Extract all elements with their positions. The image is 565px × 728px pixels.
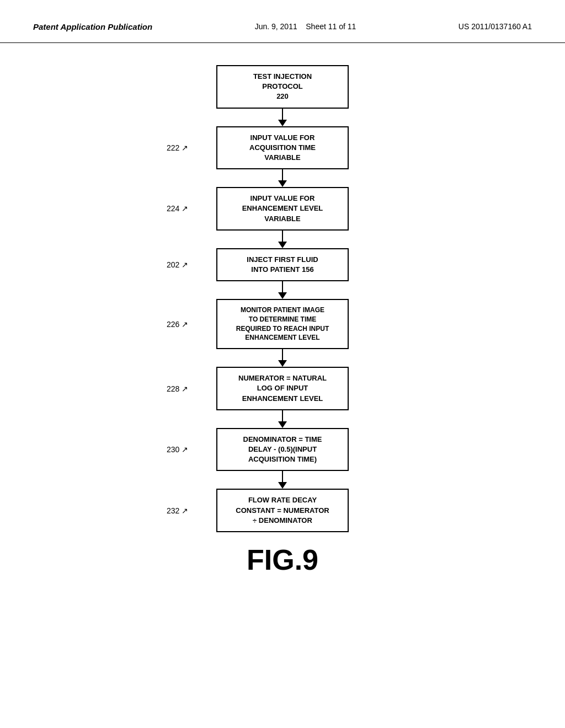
arrow-line-1 bbox=[282, 109, 283, 120]
step-220-row: TEST INJECTIONPROTOCOL220 bbox=[145, 65, 420, 109]
arrow-4 bbox=[278, 281, 287, 299]
step-232-label: 232 ↗ bbox=[167, 506, 188, 515]
header-center: Jun. 9, 2011 Sheet 11 of 11 bbox=[255, 22, 356, 31]
step-202-row: 202 ↗ INJECT FIRST FLUIDINTO PATIENT 156 bbox=[145, 248, 420, 281]
arrow-head-4 bbox=[278, 292, 287, 299]
arrow-head-3 bbox=[278, 242, 287, 248]
page-header: Patent Application Publication Jun. 9, 2… bbox=[0, 0, 565, 43]
step-222-box: INPUT VALUE FORACQUISITION TIMEVARIABLE bbox=[216, 126, 349, 170]
step-202-box: INJECT FIRST FLUIDINTO PATIENT 156 bbox=[216, 248, 349, 281]
step-224-box: INPUT VALUE FORENHANCEMENT LEVELVARIABLE bbox=[216, 187, 349, 231]
step-230-label: 230 ↗ bbox=[167, 445, 188, 454]
arrow-head-7 bbox=[278, 482, 287, 489]
step-226-row: 226 ↗ MONITOR PATIENT IMAGETO DETERMINE … bbox=[145, 299, 420, 349]
step-224-row: 224 ↗ INPUT VALUE FORENHANCEMENT LEVELVA… bbox=[145, 187, 420, 231]
header-left: Patent Application Publication bbox=[33, 22, 152, 31]
diagram-container: TEST INJECTIONPROTOCOL220 222 ↗ INPUT VA… bbox=[0, 43, 565, 576]
arrow-2 bbox=[278, 169, 287, 187]
arrow-6 bbox=[278, 410, 287, 428]
step-220-box: TEST INJECTIONPROTOCOL220 bbox=[216, 65, 349, 109]
fig-label: FIG.9 bbox=[247, 543, 318, 576]
arrow-7 bbox=[278, 471, 287, 489]
arrow-5 bbox=[278, 349, 287, 367]
arrow-line-5 bbox=[282, 349, 283, 360]
step-230-row: 230 ↗ DENOMINATOR = TIMEDELAY - (0.5)(IN… bbox=[145, 428, 420, 472]
arrow-line-7 bbox=[282, 471, 283, 482]
header-right: US 2011/0137160 A1 bbox=[459, 22, 532, 31]
step-230-box: DENOMINATOR = TIMEDELAY - (0.5)(INPUTACQ… bbox=[216, 428, 349, 472]
arrow-head-6 bbox=[278, 421, 287, 428]
step-224-label: 224 ↗ bbox=[167, 204, 188, 213]
arrow-head-2 bbox=[278, 180, 287, 187]
arrow-head-5 bbox=[278, 360, 287, 367]
arrow-head-1 bbox=[278, 120, 287, 126]
arrow-line-6 bbox=[282, 410, 283, 421]
step-226-box: MONITOR PATIENT IMAGETO DETERMINE TIMERE… bbox=[216, 299, 349, 349]
arrow-line-4 bbox=[282, 281, 283, 292]
step-226-label: 226 ↗ bbox=[167, 320, 188, 329]
arrow-3 bbox=[278, 231, 287, 248]
step-232-box: FLOW RATE DECAYCONSTANT = NUMERATOR÷ DEN… bbox=[216, 489, 349, 532]
step-228-label: 228 ↗ bbox=[167, 384, 188, 393]
step-202-label: 202 ↗ bbox=[167, 260, 188, 269]
arrow-1 bbox=[278, 109, 287, 126]
step-228-box: NUMERATOR = NATURALLOG OF INPUTENHANCEME… bbox=[216, 367, 349, 410]
header-sheet: Sheet 11 of 11 bbox=[306, 22, 356, 31]
step-228-row: 228 ↗ NUMERATOR = NATURALLOG OF INPUTENH… bbox=[145, 367, 420, 410]
step-222-label: 222 ↗ bbox=[167, 143, 188, 152]
step-232-row: 232 ↗ FLOW RATE DECAYCONSTANT = NUMERATO… bbox=[145, 489, 420, 532]
arrow-line-2 bbox=[282, 169, 283, 180]
arrow-line-3 bbox=[282, 231, 283, 242]
header-date: Jun. 9, 2011 bbox=[255, 22, 297, 31]
step-222-row: 222 ↗ INPUT VALUE FORACQUISITION TIMEVAR… bbox=[145, 126, 420, 170]
